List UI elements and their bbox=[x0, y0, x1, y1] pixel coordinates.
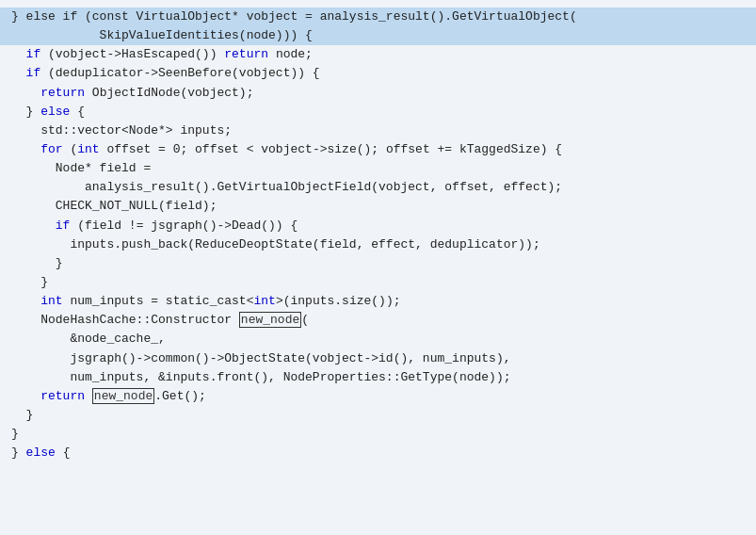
code-text: } else if (const VirtualObject* vobject … bbox=[11, 9, 577, 24]
code-text: } bbox=[11, 446, 26, 460]
code-line: return new_node.Get(); bbox=[11, 387, 745, 406]
code-text bbox=[11, 294, 40, 308]
code-line: jsgraph()->common()->ObjectState(vobject… bbox=[11, 349, 745, 368]
keyword: return bbox=[40, 389, 85, 403]
code-text: std::vector<Node*> inputs; bbox=[11, 123, 232, 138]
code-line: num_inputs, &inputs.front(), NodePropert… bbox=[11, 368, 745, 387]
code-line: CHECK_NOT_NULL(field); bbox=[11, 197, 745, 216]
code-text: } bbox=[11, 408, 33, 422]
code-text: (vobject->HasEscaped()) bbox=[40, 47, 224, 61]
code-line: return ObjectIdNode(vobject); bbox=[11, 84, 745, 103]
code-text: &node_cache_, bbox=[11, 332, 166, 346]
code-text: CHECK_NOT_NULL(field); bbox=[11, 199, 217, 213]
keyword: if bbox=[26, 66, 41, 80]
code-line: } bbox=[11, 254, 745, 273]
keyword: for bbox=[40, 142, 62, 156]
code-text: .Get(); bbox=[154, 389, 206, 403]
keyword: else bbox=[40, 105, 70, 119]
code-container: } else if (const VirtualObject* vobject … bbox=[0, 0, 756, 535]
code-text: (deduplicator->SeenBefore(vobject)) { bbox=[40, 66, 319, 80]
code-text bbox=[11, 219, 56, 233]
code-line: SkipValueIdentities(node))) { bbox=[0, 26, 756, 45]
code-text: ( bbox=[63, 142, 78, 156]
code-text: >(inputs.size()); bbox=[276, 294, 401, 308]
keyword: int bbox=[77, 142, 99, 156]
keyword: int bbox=[40, 294, 62, 308]
code-line: } else if (const VirtualObject* vobject … bbox=[0, 8, 756, 26]
code-text bbox=[11, 86, 40, 100]
code-text: inputs.push_back(ReduceDeoptState(field,… bbox=[11, 237, 540, 251]
keyword: if bbox=[26, 47, 41, 61]
code-line: std::vector<Node*> inputs; bbox=[11, 122, 745, 140]
code-text: SkipValueIdentities(node))) { bbox=[11, 28, 313, 42]
code-text: } bbox=[11, 275, 48, 289]
code-text bbox=[11, 389, 40, 403]
code-line: if (vobject->HasEscaped()) return node; bbox=[11, 45, 745, 64]
code-line: int num_inputs = static_cast<int>(inputs… bbox=[11, 292, 745, 311]
code-text: Node* field = bbox=[11, 161, 151, 175]
code-text: jsgraph()->common()->ObjectState(vobject… bbox=[11, 351, 511, 365]
code-line: } bbox=[11, 425, 745, 444]
code-text: } bbox=[11, 105, 40, 119]
code-line: NodeHashCache::Constructor new_node( bbox=[11, 311, 745, 330]
code-text: offset = 0; offset < vobject->size(); of… bbox=[100, 142, 562, 156]
code-text: node; bbox=[268, 47, 313, 61]
code-text bbox=[11, 142, 40, 156]
code-text: ( bbox=[301, 313, 309, 327]
code-text: analysis_result().GetVirtualObjectField(… bbox=[11, 180, 562, 194]
code-text: { bbox=[56, 446, 71, 460]
code-line: inputs.push_back(ReduceDeoptState(field,… bbox=[11, 235, 745, 254]
code-line: } else { bbox=[11, 103, 745, 122]
keyword: if bbox=[56, 219, 71, 233]
code-text: } bbox=[11, 427, 19, 441]
keyword: else bbox=[26, 446, 56, 460]
keyword: return bbox=[40, 86, 85, 100]
code-text: num_inputs, &inputs.front(), NodePropert… bbox=[11, 370, 511, 384]
code-line: } bbox=[11, 406, 745, 425]
code-text: ObjectIdNode(vobject); bbox=[85, 86, 253, 100]
code-line: analysis_result().GetVirtualObjectField(… bbox=[11, 178, 745, 197]
code-line: if (field != jsgraph()->Dead()) { bbox=[11, 217, 745, 235]
code-line: if (deduplicator->SeenBefore(vobject)) { bbox=[11, 64, 745, 83]
code-text bbox=[85, 389, 92, 403]
highlighted-identifier: new_node bbox=[239, 312, 301, 328]
code-line: Node* field = bbox=[11, 159, 745, 178]
keyword: int bbox=[253, 294, 275, 308]
code-text: } bbox=[11, 256, 63, 270]
keyword: return bbox=[224, 47, 268, 61]
code-text: { bbox=[70, 105, 85, 119]
code-line: } bbox=[11, 273, 745, 292]
code-line: } else { bbox=[11, 444, 745, 462]
code-line: for (int offset = 0; offset < vobject->s… bbox=[11, 140, 745, 159]
highlighted-identifier: new_node bbox=[92, 388, 154, 404]
code-text: num_inputs = static_cast< bbox=[63, 294, 254, 308]
code-text: NodeHashCache::Constructor bbox=[11, 313, 239, 327]
code-line: &node_cache_, bbox=[11, 330, 745, 349]
code-text: (field != jsgraph()->Dead()) { bbox=[70, 219, 298, 233]
code-text bbox=[11, 47, 26, 61]
code-text bbox=[11, 66, 26, 80]
code-block: } else if (const VirtualObject* vobject … bbox=[0, 4, 756, 466]
